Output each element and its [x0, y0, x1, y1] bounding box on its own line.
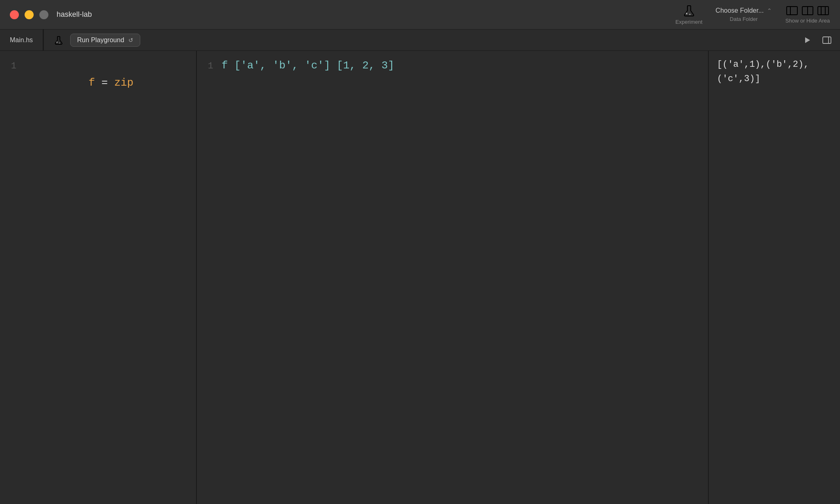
file-tab[interactable]: Main.hs: [0, 30, 43, 50]
close-button[interactable]: [10, 10, 19, 19]
playground-code-1: f ['a', 'b', 'c'] [1, 2, 3]: [221, 57, 708, 75]
traffic-lights: [10, 10, 48, 19]
sidebar-toggle-button[interactable]: [820, 34, 833, 47]
output-result: [('a',1),('b',2),('c',3)]: [717, 59, 809, 84]
svg-point-1: [686, 13, 687, 14]
playground-tab-area: Run Playground ↺: [44, 34, 150, 47]
svg-point-11: [57, 41, 58, 43]
data-folder-action[interactable]: Choose Folder... ⌃ Data Folder: [716, 7, 772, 22]
experiment-action[interactable]: Experiment: [676, 4, 703, 25]
playground-line-number-1: 1: [197, 59, 221, 73]
tabbar: Main.hs Run Playground ↺: [0, 30, 840, 51]
choose-folder-text: Choose Folder...: [716, 7, 764, 14]
editor-pane[interactable]: 1 f = zip: [0, 51, 197, 504]
playground-flask-icon: [54, 35, 64, 45]
chevron-icon: ⌃: [767, 7, 772, 14]
code-content-1: f = zip: [25, 57, 196, 109]
experiment-label: Experiment: [676, 19, 703, 25]
line-number-1: 1: [0, 59, 25, 73]
code-line-1: 1 f = zip: [0, 57, 196, 109]
code-zip: zip: [114, 77, 133, 89]
layout-btn-3[interactable]: [816, 5, 830, 16]
folder-chooser: Choose Folder... ⌃: [716, 7, 772, 14]
titlebar: haskell-lab Experiment Choose Folder... …: [0, 0, 840, 30]
file-tab-label: Main.hs: [10, 36, 33, 44]
playground-editor[interactable]: 1 f ['a', 'b', 'c'] [1, 2, 3]: [197, 51, 708, 81]
code-eq: =: [95, 77, 114, 89]
code-f: f: [89, 77, 95, 89]
main-content: 1 f = zip 1 f ['a', 'b', 'c'] [1, 2, 3] …: [0, 51, 840, 504]
svg-point-2: [689, 14, 690, 15]
refresh-icon: ↺: [128, 37, 133, 43]
playground-pane[interactable]: 1 f ['a', 'b', 'c'] [1, 2, 3]: [197, 51, 709, 504]
output-pane: [('a',1),('b',2),('c',3)]: [709, 51, 840, 504]
run-playground-label: Run Playground: [77, 36, 124, 44]
show-hide-label: Show or Hide Area: [785, 18, 830, 24]
code-editor[interactable]: 1 f = zip: [0, 51, 196, 115]
svg-marker-13: [805, 37, 810, 43]
svg-rect-7: [818, 7, 829, 15]
layout-buttons: [785, 5, 830, 16]
run-button[interactable]: [801, 34, 814, 47]
titlebar-actions: Experiment Choose Folder... ⌃ Data Folde…: [676, 4, 830, 25]
svg-point-12: [59, 43, 60, 43]
tabbar-right: [801, 34, 840, 47]
layout-btn-2[interactable]: [801, 5, 815, 16]
data-folder-label: Data Folder: [730, 16, 758, 22]
app-title: haskell-lab: [57, 10, 92, 19]
show-hide-action[interactable]: Show or Hide Area: [785, 5, 830, 24]
layout-btn-1[interactable]: [785, 5, 799, 16]
svg-rect-14: [823, 37, 831, 43]
playground-line-1: 1 f ['a', 'b', 'c'] [1, 2, 3]: [197, 57, 708, 75]
maximize-button[interactable]: [39, 10, 48, 19]
minimize-button[interactable]: [25, 10, 34, 19]
svg-rect-3: [787, 7, 797, 15]
flask-icon: [682, 4, 696, 17]
run-playground-button[interactable]: Run Playground ↺: [70, 34, 140, 47]
